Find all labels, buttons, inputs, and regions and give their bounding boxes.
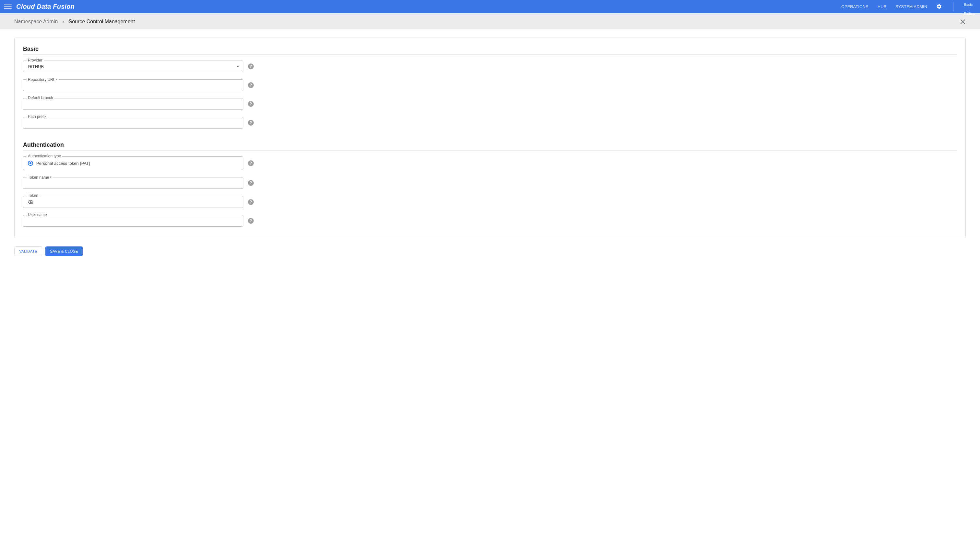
user-name-label: User name <box>27 213 48 217</box>
help-icon[interactable]: ? <box>248 199 254 205</box>
help-icon[interactable]: ? <box>248 63 254 69</box>
save-close-button[interactable]: SAVE & CLOSE <box>45 246 82 256</box>
user-name-input-wrap: User name <box>23 215 243 227</box>
path-prefix-input[interactable] <box>28 121 239 125</box>
field-default-branch: Default branch ? <box>23 98 254 110</box>
provider-value: GITHUB <box>28 64 234 69</box>
auth-type-label: Authentication type <box>27 154 62 159</box>
nav-hub[interactable]: HUB <box>878 5 886 9</box>
repo-url-input-wrap: Repository URL* <box>23 79 243 91</box>
provider-select[interactable]: Provider GITHUB <box>23 60 243 72</box>
section-divider <box>23 54 957 55</box>
chevron-down-icon <box>237 66 239 67</box>
default-branch-input-wrap: Default branch <box>23 98 243 110</box>
token-input-wrap: Token <box>23 196 243 208</box>
auth-type-group: Authentication type Personal access toke… <box>23 156 243 170</box>
section-divider <box>23 150 957 151</box>
app-title: Cloud Data Fusion <box>16 3 75 10</box>
nav-system-admin[interactable]: SYSTEM ADMIN <box>896 5 927 9</box>
section-title-basic: Basic <box>23 46 957 52</box>
default-branch-input[interactable] <box>28 102 239 106</box>
field-auth-type: Authentication type Personal access toke… <box>23 156 254 170</box>
nav-operations[interactable]: OPERATIONS <box>841 5 869 9</box>
header-links: OPERATIONS HUB SYSTEM ADMIN Basic Editio… <box>841 0 975 16</box>
breadcrumb-namespace-admin[interactable]: Namespace Admin <box>14 19 58 25</box>
user-name-input[interactable] <box>28 219 239 224</box>
field-path-prefix: Path prefix ? <box>23 117 254 128</box>
chevron-right-icon: › <box>62 19 64 25</box>
provider-label: Provider <box>27 58 44 62</box>
header-divider <box>953 2 953 11</box>
page-wrap: Basic Provider GITHUB ? Repository URL* … <box>0 29 980 269</box>
hamburger-menu-icon[interactable] <box>4 3 12 11</box>
field-repo-url: Repository URL* ? <box>23 79 254 91</box>
section-title-auth: Authentication <box>23 141 957 148</box>
help-icon[interactable]: ? <box>248 160 254 166</box>
help-icon[interactable]: ? <box>248 82 254 88</box>
breadcrumb: Namespace Admin › Source Control Managem… <box>0 14 980 29</box>
help-icon[interactable]: ? <box>248 218 254 224</box>
default-branch-label: Default branch <box>27 95 54 100</box>
token-name-label: Token name* <box>27 174 53 180</box>
repo-url-input[interactable] <box>28 83 239 88</box>
field-provider: Provider GITHUB ? <box>23 60 254 72</box>
top-header: Cloud Data Fusion OPERATIONS HUB SYSTEM … <box>0 0 980 13</box>
help-icon[interactable]: ? <box>248 180 254 186</box>
path-prefix-input-wrap: Path prefix <box>23 117 243 128</box>
edition-line2: Edition <box>964 12 975 16</box>
field-token-name: Token name* ? <box>23 177 254 189</box>
auth-type-option-pat-label: Personal access token (PAT) <box>36 161 90 166</box>
edition-line1: Basic <box>964 3 972 6</box>
help-icon[interactable]: ? <box>248 120 254 125</box>
field-token: Token ? <box>23 196 254 208</box>
token-input[interactable] <box>36 200 239 205</box>
edition-badge: Basic Edition <box>964 0 975 16</box>
settings-gear-icon[interactable] <box>936 3 943 10</box>
validate-button[interactable]: VALIDATE <box>14 246 42 256</box>
footer-actions: VALIDATE SAVE & CLOSE <box>14 246 966 256</box>
token-label: Token <box>27 194 40 198</box>
token-name-input[interactable] <box>28 181 239 186</box>
visibility-off-icon[interactable] <box>28 199 34 205</box>
radio-checked-icon[interactable] <box>28 160 33 166</box>
repo-url-label: Repository URL* <box>27 77 59 82</box>
token-name-input-wrap: Token name* <box>23 177 243 189</box>
help-icon[interactable]: ? <box>248 101 254 107</box>
config-card: Basic Provider GITHUB ? Repository URL* … <box>14 38 966 238</box>
breadcrumb-current: Source Control Management <box>69 19 135 25</box>
auth-type-option-pat[interactable]: Personal access token (PAT) <box>28 160 239 166</box>
close-icon[interactable] <box>960 19 966 25</box>
path-prefix-label: Path prefix <box>27 114 48 119</box>
field-user-name: User name ? <box>23 215 254 227</box>
